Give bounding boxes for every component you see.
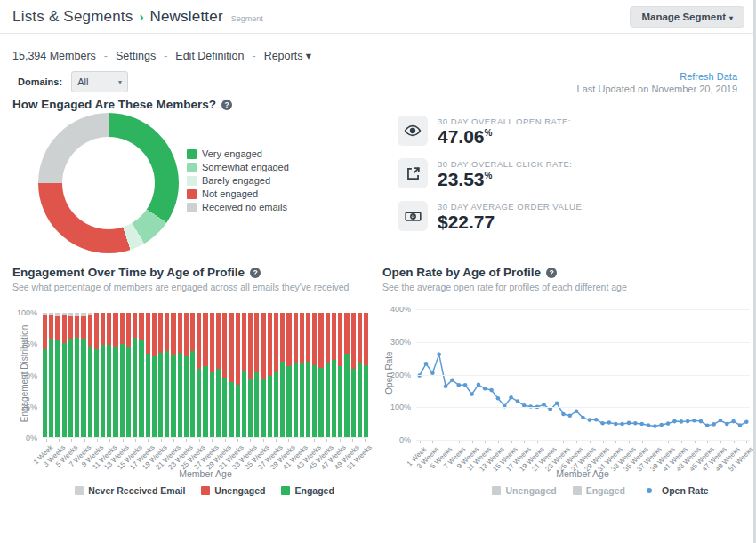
bar-week-49[interactable] [351, 313, 356, 437]
data-point[interactable] [509, 395, 513, 400]
data-point[interactable] [719, 419, 723, 423]
data-point[interactable] [731, 419, 736, 424]
engagement-donut-chart[interactable] [38, 113, 179, 253]
bar-week-13[interactable] [120, 313, 125, 437]
bar-week-22[interactable] [178, 313, 182, 437]
breadcrumb-lists-segments[interactable]: Lists & Segments [12, 8, 133, 26]
bar-week-44[interactable] [318, 313, 323, 437]
legend-item[interactable]: Barely engaged [187, 175, 289, 186]
data-point[interactable] [705, 424, 710, 428]
data-point[interactable] [444, 384, 448, 388]
bar-week-34[interactable] [254, 313, 259, 437]
data-point[interactable] [496, 396, 501, 401]
subnav-link-edit[interactable]: Edit Definition [175, 50, 244, 62]
bar-week-51[interactable] [364, 313, 368, 437]
data-point[interactable] [744, 420, 749, 425]
data-point[interactable] [607, 420, 612, 425]
bar-week-37[interactable] [274, 313, 278, 437]
data-point[interactable] [620, 422, 624, 427]
help-icon[interactable]: ? [250, 268, 261, 278]
bar-week-21[interactable] [171, 313, 175, 437]
bar-week-46[interactable] [332, 313, 336, 437]
legend-item-open-rate[interactable]: Open Rate [641, 485, 709, 496]
bar-week-35[interactable] [261, 313, 265, 437]
data-point[interactable] [470, 392, 474, 396]
data-point[interactable] [600, 421, 605, 426]
bar-week-24[interactable] [190, 313, 195, 437]
bar-week-4[interactable] [62, 313, 67, 437]
data-point[interactable] [659, 423, 664, 427]
bar-week-30[interactable] [229, 313, 233, 437]
data-point[interactable] [489, 388, 494, 393]
data-point[interactable] [542, 403, 546, 407]
bar-week-48[interactable] [344, 313, 349, 437]
data-point[interactable] [614, 422, 618, 427]
bar-week-18[interactable] [152, 313, 157, 437]
data-point[interactable] [561, 412, 566, 417]
bar-week-12[interactable] [113, 313, 117, 437]
bar-week-14[interactable] [126, 313, 131, 437]
data-point[interactable] [712, 422, 716, 427]
bar-week-32[interactable] [242, 313, 246, 437]
bar-week-31[interactable] [236, 313, 240, 437]
data-point[interactable] [647, 423, 651, 427]
data-point[interactable] [588, 418, 592, 422]
bar-week-38[interactable] [280, 313, 285, 437]
bar-week-47[interactable] [338, 313, 342, 437]
data-point[interactable] [555, 402, 559, 406]
bar-week-36[interactable] [268, 313, 272, 437]
data-point[interactable] [680, 419, 684, 424]
bar-week-7[interactable] [81, 313, 85, 437]
bar-week-6[interactable] [75, 313, 79, 437]
legend-item[interactable]: Not engaged [187, 188, 289, 199]
data-point[interactable] [653, 424, 657, 428]
legend-item[interactable]: Somewhat engaged [187, 162, 289, 172]
bar-week-16[interactable] [139, 313, 143, 437]
data-point[interactable] [686, 419, 690, 424]
data-point[interactable] [437, 352, 441, 356]
bar-week-17[interactable] [146, 313, 150, 437]
data-point[interactable] [483, 387, 487, 391]
bar-week-11[interactable] [107, 313, 111, 437]
help-icon[interactable]: ? [546, 268, 557, 278]
bar-week-25[interactable] [197, 313, 201, 437]
data-point[interactable] [424, 362, 429, 366]
subnav-link-settings[interactable]: Settings [116, 50, 156, 62]
domains-select[interactable]: All ▾ [71, 71, 128, 92]
data-point[interactable] [692, 419, 696, 423]
bar-week-26[interactable] [203, 313, 207, 437]
data-point[interactable] [699, 419, 704, 424]
bar-week-29[interactable] [222, 313, 227, 437]
data-point[interactable] [666, 421, 671, 426]
bar-week-1[interactable] [43, 313, 47, 437]
data-point[interactable] [568, 414, 573, 419]
data-point[interactable] [738, 423, 743, 427]
bar-week-50[interactable] [358, 313, 362, 437]
manage-segment-button[interactable]: Manage Segment▾ [630, 6, 744, 28]
bar-week-8[interactable] [88, 313, 92, 437]
data-point[interactable] [633, 421, 638, 426]
data-point[interactable] [725, 422, 729, 427]
legend-item-unengaged[interactable]: Unengaged [201, 485, 265, 496]
data-point[interactable] [575, 409, 579, 413]
data-point[interactable] [594, 418, 599, 422]
legend-item-unengaged[interactable]: Unengaged [492, 485, 556, 496]
bar-week-9[interactable] [94, 313, 99, 437]
subnav-link-reports[interactable]: Reports ▾ [264, 49, 312, 62]
legend-item-engaged[interactable]: Engaged [573, 485, 625, 496]
bar-week-3[interactable] [55, 313, 60, 437]
legend-item[interactable]: Very engaged [187, 148, 289, 159]
bar-week-43[interactable] [312, 313, 317, 437]
bar-week-33[interactable] [248, 313, 253, 437]
bar-week-23[interactable] [184, 313, 189, 437]
bar-week-10[interactable] [101, 313, 105, 437]
legend-item[interactable]: Received no emails [187, 202, 289, 212]
bar-week-39[interactable] [286, 313, 291, 437]
bar-week-15[interactable] [133, 313, 137, 437]
data-point[interactable] [516, 399, 520, 403]
help-icon[interactable]: ? [221, 100, 232, 110]
data-point[interactable] [639, 422, 644, 427]
legend-item-engaged[interactable]: Engaged [281, 485, 334, 496]
data-point[interactable] [457, 383, 462, 387]
bar-week-40[interactable] [294, 313, 298, 437]
